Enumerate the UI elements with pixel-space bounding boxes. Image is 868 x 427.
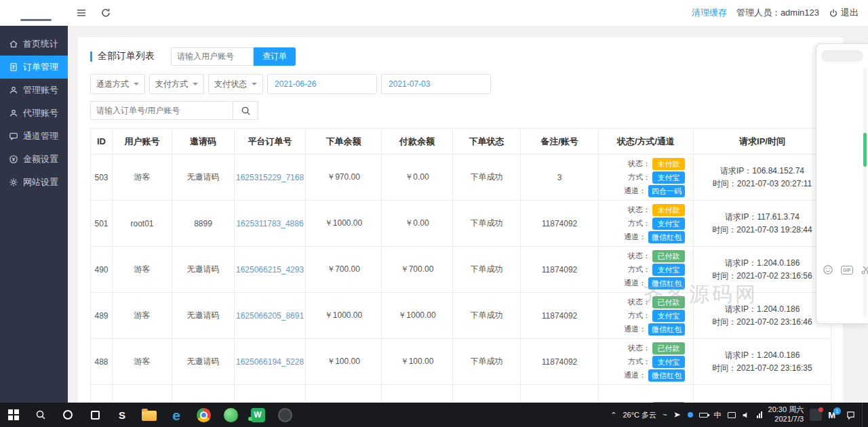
cell-order-no [235,385,306,403]
method-label: 方式： [628,357,650,367]
channel-type-select[interactable]: 通道方式 [90,74,145,94]
sidebar-item-amount-settings[interactable]: 金额设置 [0,148,68,171]
cell-id: 488 [91,339,113,385]
app-s-button[interactable]: S [108,403,136,427]
col-amount: 下单余额 [306,129,382,155]
end-date-input[interactable] [381,74,491,94]
status-label: 状态： [628,159,650,169]
table-header-row: ID 用户账号 邀请码 平台订单号 下单余额 付款余额 下单状态 备注/账号 状… [91,129,831,155]
wave-icon[interactable]: ~ [663,411,667,419]
windows-logo-icon [8,409,19,420]
channel-badge: 微信红包 [648,277,685,289]
sidebar-item-orders[interactable]: 订单管理 [0,56,68,79]
sidebar-item-channels[interactable]: 通道管理 [0,125,68,148]
hamburger-menu-icon[interactable] [76,7,87,18]
edge-icon: e [172,408,180,422]
channel-badge: 微信红包 [648,369,685,382]
monitor-icon[interactable] [728,412,736,418]
page-title: 全部订单列表 [98,50,155,62]
method-label: 方式： [628,172,650,182]
chevron-up-icon[interactable]: ⌃ [610,411,616,420]
col-remark: 备注/账号 [521,129,599,155]
account-search-input[interactable] [171,47,254,66]
method-badge: 支付宝 [652,264,685,276]
weather-widget[interactable]: 26°C 多云 [623,410,656,420]
pay-status-select-value: 支付状态 [214,79,247,90]
dark-app-button[interactable] [271,403,298,427]
clock-time: 20:30 周六 [768,405,804,415]
col-id: ID [91,129,113,155]
cortana-button[interactable] [54,403,81,427]
taskbar-clock[interactable]: 20:30 周六 2021/7/3 [768,405,804,424]
time-label: 时间： [712,225,736,235]
query-order-button[interactable]: 查订单 [254,47,296,66]
scissors-icon[interactable] [861,264,868,275]
show-desktop-button[interactable] [862,403,865,427]
file-explorer-button[interactable] [136,403,163,427]
order-search-button[interactable] [233,101,258,120]
channel-label: 通道： [624,370,646,380]
cell-user: 游客 [113,247,172,293]
battery-icon[interactable] [699,413,708,418]
gif-icon[interactable]: GIF [841,266,853,274]
cell-user: 游客 [113,293,172,339]
task-view-icon [91,411,100,420]
sidebar-item-admin-accounts[interactable]: 管理账号 [0,79,68,102]
cell-paid [382,385,453,403]
cortana-icon [63,410,73,420]
cell-user: 游客 [113,155,172,201]
notification-center-icon[interactable] [846,410,856,420]
edge-browser-button[interactable]: e [163,403,190,427]
chrome-browser-button[interactable] [190,403,217,427]
sidebar-item-site-settings[interactable]: 网站设置 [0,171,68,194]
home-icon [9,39,18,49]
taskbar-search-button[interactable] [27,403,54,427]
input-method-indicator[interactable]: 中 [714,410,722,420]
scrollbar-track[interactable] [863,67,867,318]
wps-button[interactable]: W [244,403,271,427]
pay-status-select[interactable]: 支付状态 [208,74,263,94]
sidebar-item-agent-accounts[interactable]: 代理账号 [0,102,68,125]
ip-label: 请求IP： [725,258,757,268]
start-button[interactable] [0,403,27,427]
chat-search-bar[interactable] [821,50,863,62]
channel-label: 通道： [624,232,646,242]
chevron-down-icon [193,83,198,88]
notification-app-icon[interactable] [810,409,822,421]
messenger-icon[interactable]: M1 [828,410,840,420]
network-icon[interactable] [757,411,762,418]
location-icon[interactable] [673,411,682,419]
col-state-method-channel: 状态/方式/通道 [599,129,694,155]
sidebar-item-label: 通道管理 [23,130,58,142]
order-search-input[interactable] [90,101,233,120]
time-value: 2021-07-02 23:16:35 [736,363,812,373]
cell-user: root01 [113,201,172,247]
search-icon [241,106,251,116]
bluetooth-icon[interactable] [688,412,693,418]
logout-button[interactable]: 退出 [829,7,859,19]
refresh-icon[interactable] [100,7,111,18]
method-label: 方式： [628,310,650,321]
cell-amount: ￥100.00 [306,339,382,385]
cell-state-method-channel: 状态：已付款 方式：支付宝 通道：微信红包 [599,339,694,385]
col-order-no: 平台订单号 [235,129,306,155]
green-browser-icon [224,408,238,422]
method-badge: 支付宝 [652,356,685,368]
money-icon [9,155,18,164]
green-browser-button[interactable] [217,403,244,427]
cell-ip-time: 请求IP：117.61.3.74 时间：2021-07-03 19:28:44 [694,201,831,247]
emoji-icon[interactable] [823,264,833,275]
clear-cache-link[interactable]: 清理缓存 [692,7,727,19]
cell-invite: 无邀请码 [172,247,235,293]
start-date-input[interactable] [267,74,377,94]
cell-state-method-channel: 状态：已付款 方式：支付宝 通道：微信红包 [599,293,694,339]
ip-value: 1.204.0.186 [757,304,800,314]
scrollbar-thumb[interactable] [863,133,867,167]
sidebar-item-home-stats[interactable]: 首页统计 [0,33,68,56]
sidebar-item-label: 管理账号 [23,84,58,96]
volume-icon[interactable] [742,411,751,420]
task-view-button[interactable] [81,403,108,427]
orders-card: 全部订单列表 查订单 通道方式 支付方式 支付状态 [78,37,843,403]
cell-state-method-channel: 状态：未付款 方式：支付宝 通道：四合一码 [599,155,694,201]
pay-method-select[interactable]: 支付方式 [149,74,204,94]
